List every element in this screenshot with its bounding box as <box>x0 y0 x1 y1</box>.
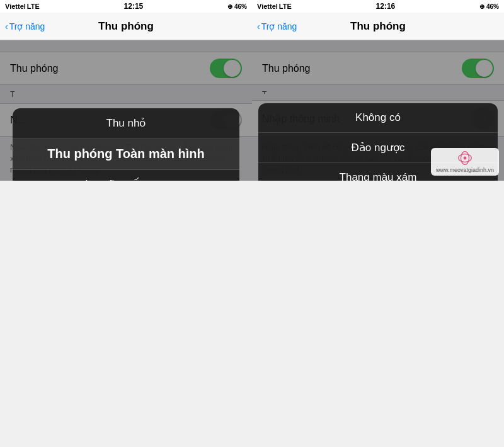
nav-title-left: Thu phóng <box>98 20 154 33</box>
dropdown-left[interactable]: Thu nhỏ Thu phóng Toàn màn hình Định cỡ … <box>13 108 239 181</box>
battery-left: 46% <box>234 3 247 10</box>
right-panel: Viettel LTE 12:16 ⊕ 46% ‹ Trợ năng Thu p… <box>252 0 504 447</box>
battery-icon-left: ⊕ <box>227 3 232 10</box>
time-left: 12:15 <box>124 2 144 11</box>
back-label-left: Trợ năng <box>9 21 45 31</box>
time-right: 12:16 <box>376 2 396 11</box>
status-right-left: ⊕ 46% <box>227 3 247 10</box>
dropdown-item-thu-phong-toan[interactable]: Thu phóng Toàn màn hình <box>13 139 239 170</box>
watermark-text: www.meovatgiadinh.vn <box>436 167 494 173</box>
network-right: LTE <box>279 3 292 10</box>
status-bar-left: Viettel LTE 12:15 ⊕ 46% <box>0 0 252 13</box>
svg-point-2 <box>464 157 467 160</box>
back-button-right[interactable]: ‹ Trợ năng <box>257 21 297 31</box>
dropdown-item-khong-co[interactable]: Không có <box>258 103 498 133</box>
battery-icon-right: ⊕ <box>479 3 484 10</box>
dropdown-item-thu-nho[interactable]: Thu nhỏ <box>13 108 239 139</box>
back-chevron-right: ‹ <box>257 21 260 31</box>
nav-title-right: Thu phóng <box>350 20 406 33</box>
content-area-right: Thu phóng Thi...• xu... ke... Không có Đ… <box>252 40 504 181</box>
watermark-logo-icon <box>457 150 472 166</box>
back-label-right: Trợ năng <box>261 21 297 31</box>
back-button-left[interactable]: ‹ Trợ năng <box>5 21 45 31</box>
watermark: www.meovatgiadinh.vn <box>431 148 499 176</box>
status-bar-right: Viettel LTE 12:16 ⊕ 46% <box>252 0 504 13</box>
network-left: LTE <box>27 3 40 10</box>
status-left-right: Viettel LTE <box>257 3 292 10</box>
battery-right: 46% <box>486 3 499 10</box>
carrier-right: Viettel <box>257 3 278 10</box>
status-left: Viettel LTE <box>5 3 40 10</box>
nav-bar-right: ‹ Trợ năng Thu phóng <box>252 13 504 40</box>
content-area-left: Thu phóng Thi...• Đ... ke... Thu nhỏ Thu… <box>0 40 252 181</box>
carrier-left: Viettel <box>5 3 26 10</box>
nav-bar-left: ‹ Trợ năng Thu phóng <box>0 13 252 40</box>
dropdown-item-dinh-co-lai[interactable]: Định cỡ lại Ống kính <box>13 170 239 181</box>
back-chevron-left: ‹ <box>5 21 8 31</box>
left-panel: Viettel LTE 12:15 ⊕ 46% ‹ Trợ năng Thu p… <box>0 0 252 447</box>
status-right-right: ⊕ 46% <box>479 3 499 10</box>
